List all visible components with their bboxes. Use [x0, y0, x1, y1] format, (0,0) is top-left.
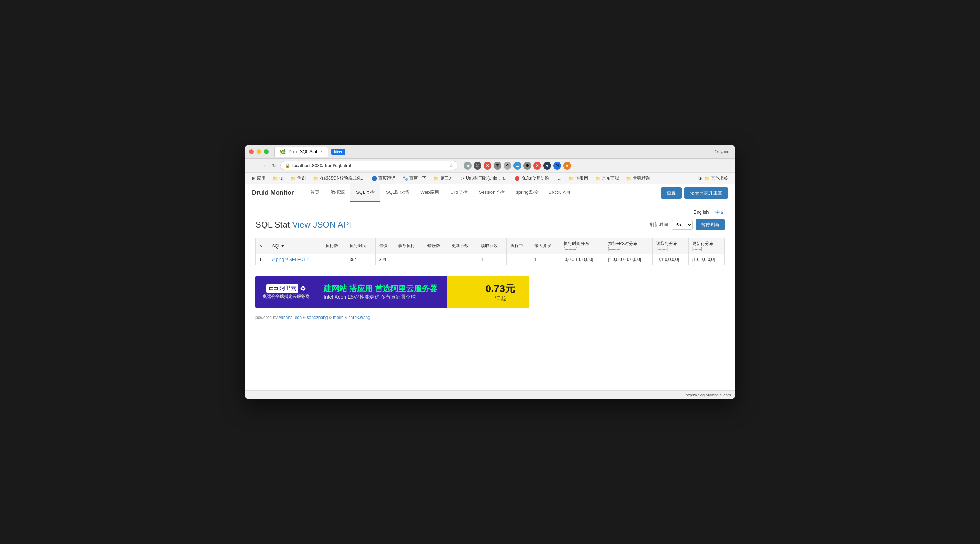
nav-home[interactable]: 首页	[304, 184, 325, 202]
nav-datasource[interactable]: 数据源	[325, 184, 350, 202]
kafka-icon: 🔴	[514, 176, 520, 181]
cell-exec-time: 394	[346, 254, 375, 265]
druid-nav-items: 首页 数据源 SQL监控 SQL防火墙 Web应用 URI监控 Session监…	[304, 184, 661, 202]
log-reset-button[interactable]: 记录日志并重置	[684, 187, 728, 199]
bookmark-baidu-search[interactable]: 🐾 百度一下	[400, 174, 429, 182]
url-text: localhost:8080/druid/sql.html	[293, 163, 351, 168]
table-row: 1 /* ping */ SELECT 1 1 394 394 1 1 [0,0…	[256, 254, 724, 265]
page-footer: powered by AlibabaTech & sandzhang & mel…	[256, 315, 724, 320]
window-controls	[249, 149, 269, 154]
pause-refresh-button[interactable]: 暂停刷新	[696, 219, 724, 230]
col-read-dist: 读取行分布[-------]	[653, 238, 689, 254]
url-bar[interactable]: 🔒 localhost:8080/druid/sql.html ☆	[280, 161, 458, 170]
col-n: N	[256, 238, 268, 254]
bookmark-kafka[interactable]: 🔴 Kafka使用进阶——...	[512, 174, 564, 182]
time-icon: ⏱	[460, 176, 465, 181]
nav-sql-monitor[interactable]: SQL监控	[350, 184, 380, 202]
close-button[interactable]	[249, 149, 254, 154]
cell-n: 1	[256, 254, 268, 265]
translate-icon: 🔵	[372, 176, 377, 181]
forward-button[interactable]: →	[260, 162, 267, 169]
folder-icon: 📁	[568, 176, 574, 181]
cell-max-concurrent: 1	[530, 254, 560, 265]
sql-link[interactable]: /* ping */ SELECT 1	[272, 257, 309, 262]
title-bar: 🌿 Druid SQL Stat ✕ New Ouyang	[245, 145, 735, 159]
extension7-icon[interactable]: ✕	[533, 162, 541, 170]
ad-logo: ⊏⊐ 阿里云 ♻ 奥运会全球指定云服务商	[262, 284, 310, 300]
bookmark-apps[interactable]: ⊞ 应用	[249, 174, 268, 182]
extension6-icon[interactable]: ⚙	[523, 162, 531, 170]
footer-link-alibaba[interactable]: AlibabaTech	[278, 315, 302, 320]
bookmark-baidu-translate[interactable]: 🔵 百度翻译	[369, 174, 398, 182]
nav-web-app[interactable]: Web应用	[415, 184, 445, 202]
extension4-icon[interactable]: ↶	[503, 162, 511, 170]
cell-slowest: 394	[375, 254, 395, 265]
cell-read-count: 1	[477, 254, 506, 265]
bookmark-unix[interactable]: ⏱ Unix时间戳(Unix tim...	[457, 174, 510, 182]
nav-spring-monitor[interactable]: spring监控	[510, 184, 543, 202]
bookmark-yushuo[interactable]: 📁 鱼说	[288, 174, 309, 182]
address-bar-actions: ◀ ① ✕ ⊞ ↶ ☁ ⚙ ✕ ▼ N ●	[464, 162, 571, 170]
lang-separator: |	[711, 209, 713, 215]
status-bar: https://blog.ouyanglol.com	[245, 391, 735, 399]
refresh-interval-select[interactable]: 5s 1s 2s 10s 30s 60s	[671, 220, 692, 230]
browser-tab[interactable]: 🌿 Druid SQL Stat ✕	[274, 147, 328, 157]
ad-price-unit: /日起	[486, 295, 515, 302]
folder-icon: 📁	[433, 176, 439, 181]
cell-update-dist: [1,0,0,0,0,0]	[689, 254, 724, 265]
cell-sql: /* ping */ SELECT 1	[268, 254, 322, 265]
cell-read-dist: [0,1,0,0,0,0]	[653, 254, 689, 265]
bookmark-jd[interactable]: 📁 京东商城	[592, 174, 622, 182]
nav-json-api[interactable]: JSON API	[544, 185, 576, 201]
extensions-icon[interactable]: ◀	[464, 162, 471, 170]
footer-link-sandzhang[interactable]: sandzhang	[307, 315, 328, 320]
bookmark-third-party[interactable]: 📁 第三方	[431, 174, 456, 182]
folder-icon: 📁	[595, 176, 600, 181]
ad-text: 建网站 搭应用 首选阿里云服务器 Intel Xeon E5V4性能更优 多节点…	[324, 283, 438, 300]
bookmark-tmall[interactable]: 📁 天猫精选	[623, 174, 653, 182]
lang-english-link[interactable]: English	[694, 209, 709, 215]
extension1-icon[interactable]: ①	[474, 162, 482, 170]
back-button[interactable]: ←	[249, 162, 257, 169]
language-bar: English | 中文	[256, 209, 724, 215]
refresh-control: 刷新时间 5s 1s 2s 10s 30s 60s 暂停刷新	[649, 219, 724, 230]
nav-uri-monitor[interactable]: URI监控	[445, 184, 473, 202]
bookmark-ui[interactable]: 📁 UI	[270, 175, 286, 182]
footer-link-melin[interactable]: melin	[333, 315, 343, 320]
col-error-count: 错误数	[423, 238, 448, 254]
extension5-icon[interactable]: ☁	[514, 162, 521, 170]
bookmark-more-button[interactable]: ≫ 📁 其他书签	[695, 174, 731, 182]
maximize-button[interactable]	[264, 149, 269, 154]
user-label: Ouyang	[714, 149, 730, 154]
col-sql[interactable]: SQL▼	[268, 238, 322, 254]
browser-window: 🌿 Druid SQL Stat ✕ New Ouyang ← → ↻ 🔒 lo…	[245, 145, 735, 399]
table-header-row: N SQL▼ 执行数 执行时间 最慢 事务执行 错误数 更新行数 读取行数 执行…	[256, 238, 724, 254]
extension8-icon[interactable]: ▼	[543, 162, 551, 170]
folder-icon: 📁	[272, 176, 278, 181]
tab-close-icon[interactable]: ✕	[320, 150, 323, 154]
bookmark-star-icon[interactable]: ☆	[449, 163, 453, 168]
nav-session-monitor[interactable]: Session监控	[473, 184, 510, 202]
page-title-link[interactable]: View JSON API	[292, 220, 351, 229]
lock-icon: 🔒	[285, 163, 290, 168]
ad-banner[interactable]: ⊏⊐ 阿里云 ♻ 奥运会全球指定云服务商 建网站 搭应用 首选阿里云服务器 In…	[256, 276, 529, 308]
col-exec-count: 执行数	[322, 238, 346, 254]
status-url: https://blog.ouyanglol.com	[686, 393, 731, 397]
cell-running	[506, 254, 530, 265]
extension2-icon[interactable]: ✕	[484, 162, 492, 170]
folder-icon: 📁	[626, 176, 632, 181]
nav-sql-firewall[interactable]: SQL防火墙	[380, 184, 415, 202]
bookmark-json[interactable]: 📁 在线JSON校验格式化...	[310, 174, 368, 182]
bookmark-taobao[interactable]: 📁 淘宝网	[566, 174, 591, 182]
minimize-button[interactable]	[256, 149, 261, 154]
extension3-icon[interactable]: ⊞	[493, 162, 501, 170]
new-tab-button[interactable]: New	[331, 148, 345, 155]
reset-button[interactable]: 重置	[661, 187, 681, 199]
refresh-button[interactable]: ↻	[270, 162, 277, 169]
col-exec-time-dist: 执行时间分布[---------]	[560, 238, 604, 254]
extension9-icon[interactable]: ●	[563, 162, 571, 170]
cell-exec-count: 1	[322, 254, 346, 265]
col-max-concurrent: 最大并发	[530, 238, 560, 254]
lang-chinese-link[interactable]: 中文	[715, 209, 724, 215]
footer-link-shrek[interactable]: shrek.wang	[348, 315, 370, 320]
